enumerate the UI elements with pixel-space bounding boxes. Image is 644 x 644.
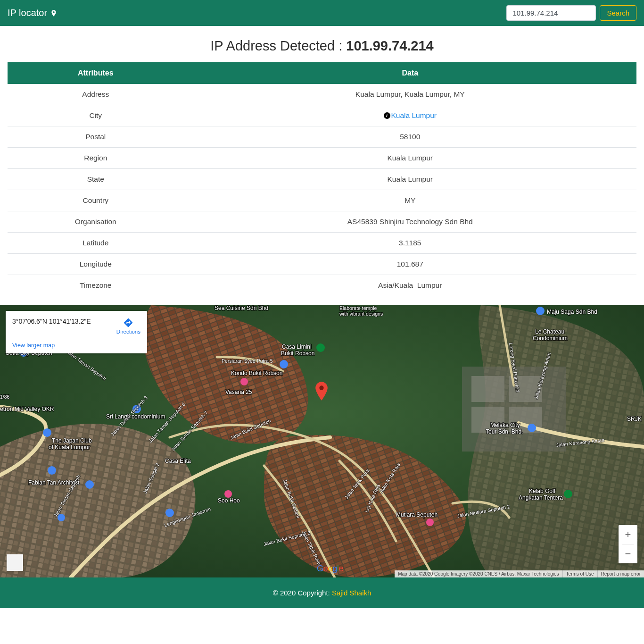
svg-text:Soo Hoo: Soo Hoo xyxy=(218,497,240,504)
svg-text:Condominium: Condominium xyxy=(533,335,568,342)
svg-text:Bukit Robson: Bukit Robson xyxy=(281,350,314,357)
zoom-controls: + − xyxy=(619,525,637,563)
google-logo: Google xyxy=(317,564,343,574)
zoom-in-button[interactable]: + xyxy=(619,525,637,544)
view-larger-map-link[interactable]: View larger map xyxy=(12,342,140,349)
svg-text:Casa Limini: Casa Limini xyxy=(282,343,312,350)
table-row: TimezoneAsia/Kuala_Lumpur xyxy=(8,275,636,296)
table-row: OrganisationAS45839 Shinjiru Technology … xyxy=(8,211,636,233)
attr-cell: State xyxy=(8,169,184,190)
svg-point-23 xyxy=(536,307,545,315)
svg-point-20 xyxy=(280,360,288,368)
svg-text:with vibrant designs: with vibrant designs xyxy=(339,311,383,317)
city-link[interactable]: Kuala Lumpur xyxy=(391,111,437,119)
table-row: Longitude101.687 xyxy=(8,254,636,275)
th-data: Data xyxy=(184,62,636,84)
table-row: CountryMY xyxy=(8,190,636,211)
table-row: RegionKuala Lumpur xyxy=(8,148,636,169)
terms-link[interactable]: Terms of Use xyxy=(566,571,594,577)
pin-icon xyxy=(315,382,328,401)
svg-point-24 xyxy=(316,343,325,352)
attr-cell: Timezone xyxy=(8,275,184,296)
table-container: Attributes Data AddressKuala Lumpur, Kua… xyxy=(0,62,644,305)
svg-point-22 xyxy=(528,424,536,432)
author-link[interactable]: Sajid Shaikh xyxy=(332,589,371,597)
svg-text:Maju Saga Sdn Bhd: Maju Saga Sdn Bhd xyxy=(547,309,597,315)
svg-rect-12 xyxy=(471,376,504,402)
directions-button[interactable]: Directions xyxy=(116,318,140,335)
svg-text:Mutiara Seputeh: Mutiara Seputeh xyxy=(396,511,438,518)
brand: IP locator xyxy=(8,8,58,18)
map-pin xyxy=(315,382,328,402)
svg-point-27 xyxy=(224,490,232,498)
directions-icon xyxy=(123,318,133,328)
svg-text:Tour Sdn. Bhd.: Tour Sdn. Bhd. xyxy=(486,428,523,435)
svg-point-75 xyxy=(319,385,323,390)
table-row: CityKuala Lumpur xyxy=(8,105,636,126)
table-row: AddressKuala Lumpur, Kuala Lumpur, MY xyxy=(8,84,636,105)
data-cell: Kuala Lumpur xyxy=(184,148,636,169)
heading-prefix: IP Address Detected : xyxy=(210,38,346,53)
navbar: IP locator Search xyxy=(0,0,644,26)
report-error-link[interactable]: Report a map error xyxy=(601,571,641,577)
svg-point-25 xyxy=(564,490,572,498)
svg-text:of Kuala Lumpur: of Kuala Lumpur xyxy=(49,444,90,451)
zoom-out-button[interactable]: − xyxy=(619,544,637,563)
svg-text:Elaborate temple: Elaborate temple xyxy=(339,305,377,311)
ip-input[interactable] xyxy=(506,5,596,21)
attr-cell: Latitude xyxy=(8,233,184,254)
table-row: StateKuala Lumpur xyxy=(8,169,636,190)
svg-text:Persiaran Syed Putra 5: Persiaran Syed Putra 5 xyxy=(222,358,273,364)
svg-text:1/86: 1/86 xyxy=(0,394,10,400)
brand-text: IP locator xyxy=(8,8,47,18)
heading-ip: 101.99.74.214 xyxy=(346,38,433,53)
search-button[interactable]: Search xyxy=(600,5,636,21)
data-cell: 3.1185 xyxy=(184,233,636,254)
map-layer-toggle[interactable] xyxy=(7,554,23,571)
svg-point-26 xyxy=(240,378,248,385)
table-row: Postal58100 xyxy=(8,126,636,148)
svg-text:SRJK: SRJK xyxy=(627,416,642,422)
svg-text:Kelab Golf: Kelab Golf xyxy=(529,488,556,494)
svg-text:Kondo Bukit Robson: Kondo Bukit Robson xyxy=(231,370,282,376)
attr-cell: Address xyxy=(8,84,184,105)
attr-cell: City xyxy=(8,105,184,126)
svg-text:Sri Langit condominium: Sri Langit condominium xyxy=(106,413,165,420)
svg-text:Melaka City: Melaka City xyxy=(490,422,520,428)
attr-cell: Region xyxy=(8,148,184,169)
page-footer: © 2020 Copyright: Sajid Shaikh xyxy=(0,577,644,608)
map[interactable]: Sea Cuisine Sdn Bhd Elaborate temple wit… xyxy=(0,305,644,577)
data-cell: Kuala Lumpur xyxy=(184,169,636,190)
svg-point-29 xyxy=(85,480,94,489)
data-cell: Kuala Lumpur, Kuala Lumpur, MY xyxy=(184,84,636,105)
attr-cell: Organisation xyxy=(8,211,184,233)
svg-text:Vasana 25: Vasana 25 xyxy=(225,389,252,395)
svg-point-19 xyxy=(48,466,56,475)
attr-cell: Postal xyxy=(8,126,184,148)
attr-cell: Longitude xyxy=(8,254,184,275)
svg-text:Casa Elita: Casa Elita xyxy=(165,458,191,464)
map-coords: 3°07'06.6"N 101°41'13.2"E xyxy=(12,318,91,325)
svg-point-28 xyxy=(426,519,434,526)
map-info-card: 3°07'06.6"N 101°41'13.2"E Directions Vie… xyxy=(6,311,147,353)
th-attr: Attributes xyxy=(8,62,184,84)
svg-point-16 xyxy=(43,428,51,437)
attr-cell: Country xyxy=(8,190,184,211)
svg-text:etron Mid Valley OKR: etron Mid Valley OKR xyxy=(0,406,54,412)
info-icon xyxy=(384,112,390,119)
svg-text:Le Chateau: Le Chateau xyxy=(535,328,564,335)
nav-right: Search xyxy=(506,5,636,21)
map-attribution: Map data ©2020 Google Imagery ©2020 CNES… xyxy=(395,570,644,577)
svg-text:Sea Cuisine Sdn Bhd: Sea Cuisine Sdn Bhd xyxy=(215,305,268,311)
svg-point-21 xyxy=(165,509,174,517)
table-row: Latitude3.1185 xyxy=(8,233,636,254)
copyright-text: © 2020 Copyright: xyxy=(273,589,332,597)
data-cell: 58100 xyxy=(184,126,636,148)
data-cell: 101.687 xyxy=(184,254,636,275)
svg-text:Angkatan Tentera: Angkatan Tentera xyxy=(519,494,563,501)
map-data-text: Map data ©2020 Google Imagery ©2020 CNES… xyxy=(395,570,562,577)
data-cell: Asia/Kuala_Lumpur xyxy=(184,275,636,296)
data-cell: AS45839 Shinjiru Technology Sdn Bhd xyxy=(184,211,636,233)
svg-text:The Japan Club: The Japan Club xyxy=(52,437,92,444)
directions-label: Directions xyxy=(116,329,140,335)
